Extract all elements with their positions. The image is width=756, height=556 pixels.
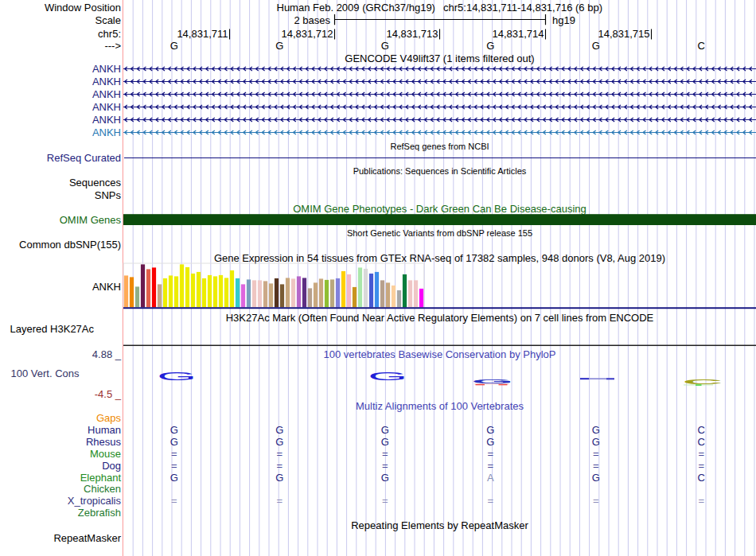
svg-text:=: =: [171, 495, 177, 507]
svg-text:GENCODE V49lift37 (1 items fil: GENCODE V49lift37 (1 items filtered out): [345, 52, 534, 64]
svg-text:G: G: [157, 370, 197, 383]
svg-text:G: G: [486, 436, 494, 448]
svg-text:14,831,711: 14,831,711: [177, 28, 228, 40]
svg-text:G: G: [275, 472, 283, 484]
svg-text:G: G: [381, 436, 389, 448]
svg-text:ANKH: ANKH: [92, 63, 121, 75]
svg-text:Short Genetic Variants from db: Short Genetic Variants from dbSNP releas…: [347, 228, 532, 238]
svg-text:ANKH: ANKH: [92, 281, 121, 293]
svg-text:G: G: [381, 424, 389, 436]
svg-text:=: =: [593, 495, 599, 507]
svg-text:Mouse: Mouse: [90, 448, 121, 460]
svg-text:ANKH: ANKH: [92, 101, 121, 113]
svg-text:Sequences: Sequences: [69, 177, 122, 189]
svg-text:100 Vert. Cons: 100 Vert. Cons: [11, 367, 80, 379]
svg-text:14,831,713: 14,831,713: [386, 28, 438, 40]
svg-text:=: =: [276, 460, 283, 472]
svg-text:G: G: [170, 472, 178, 484]
svg-text:ANKH: ANKH: [92, 114, 121, 126]
svg-text:Multiz Alignments of 100 Verte: Multiz Alignments of 100 Vertebrates: [356, 400, 524, 412]
svg-text:Elephant: Elephant: [80, 472, 122, 484]
svg-text:Gene Expression in 54 tissues: Gene Expression in 54 tissues from GTEx …: [214, 252, 665, 264]
svg-text:RefSeq Curated: RefSeq Curated: [47, 152, 121, 164]
svg-text:=: =: [698, 460, 704, 472]
svg-text:C: C: [698, 40, 705, 52]
svg-text:=: =: [593, 460, 599, 472]
svg-text:Repeating Elements by RepeatMa: Repeating Elements by RepeatMasker: [351, 519, 528, 531]
svg-text:OMIM Gene Phenotypes - Dark Gr: OMIM Gene Phenotypes - Dark Green Can Be…: [293, 203, 586, 215]
svg-text:G: G: [368, 370, 407, 383]
svg-text:=: =: [276, 495, 283, 507]
svg-text:ANKH: ANKH: [92, 126, 121, 138]
svg-text:--->: --->: [104, 40, 121, 52]
svg-text:X_tropicalis: X_tropicalis: [68, 495, 122, 507]
svg-text:G: G: [381, 40, 389, 52]
svg-text:4.88 _: 4.88 _: [92, 348, 122, 360]
svg-text:G: G: [381, 472, 389, 484]
svg-text:=: =: [698, 448, 704, 460]
svg-text:G: G: [170, 436, 178, 448]
svg-text:=: =: [276, 448, 283, 460]
svg-text:G: G: [275, 40, 283, 52]
svg-text:chr5:: chr5:: [98, 28, 121, 40]
svg-text:G: G: [275, 424, 283, 436]
svg-text:G: G: [472, 378, 514, 384]
svg-text:chr5:14,831,711-14,831,716 (6: chr5:14,831,711-14,831,716 (6 bp): [443, 2, 602, 14]
svg-text:14,831,712: 14,831,712: [281, 28, 333, 40]
svg-text:C: C: [698, 424, 705, 436]
svg-text:=: =: [171, 460, 177, 472]
svg-text:ANKH: ANKH: [92, 88, 121, 100]
svg-text:C: C: [698, 436, 705, 448]
svg-text:ANKH: ANKH: [92, 76, 121, 87]
svg-text:=: =: [382, 460, 388, 472]
svg-text:Chicken: Chicken: [84, 483, 121, 495]
svg-text:Window Position: Window Position: [45, 2, 121, 14]
svg-text:RefSeq genes from NCBI: RefSeq genes from NCBI: [390, 142, 489, 151]
svg-text:=: =: [382, 448, 388, 460]
svg-text:=: =: [171, 448, 177, 460]
svg-text:RepeatMasker: RepeatMasker: [53, 532, 121, 544]
svg-text:OMIM Genes: OMIM Genes: [60, 214, 122, 226]
svg-text:G: G: [275, 436, 283, 448]
svg-text:Human: Human: [88, 424, 121, 436]
svg-text:Layered H3K27Ac: Layered H3K27Ac: [10, 323, 95, 335]
svg-text:=: =: [487, 495, 493, 507]
svg-text:=: =: [487, 460, 493, 472]
svg-text:G: G: [592, 472, 600, 484]
svg-text:Human Feb. 2009 (GRCh37/hg19): Human Feb. 2009 (GRCh37/hg19): [277, 2, 435, 14]
svg-text:G: G: [592, 424, 600, 436]
svg-text:Rhesus: Rhesus: [86, 436, 122, 448]
svg-text:G: G: [486, 424, 494, 436]
svg-text:hg19: hg19: [552, 14, 575, 26]
svg-text:G: G: [592, 436, 600, 448]
svg-text:Common dbSNP(155): Common dbSNP(155): [19, 239, 121, 251]
svg-text:SNPs: SNPs: [95, 189, 122, 201]
svg-text:=: =: [487, 448, 493, 460]
svg-text:Scale: Scale: [95, 14, 121, 26]
svg-text:=: =: [382, 495, 388, 507]
svg-text:G: G: [170, 424, 178, 436]
svg-text:Gaps: Gaps: [96, 412, 122, 424]
svg-text:14,831,715: 14,831,715: [598, 28, 649, 40]
svg-text:A: A: [487, 472, 494, 484]
svg-text:2 bases: 2 bases: [294, 14, 330, 26]
svg-text:G: G: [592, 40, 600, 52]
svg-text:G: G: [170, 40, 178, 52]
svg-text:G: G: [486, 40, 494, 52]
svg-text:Zebrafish: Zebrafish: [78, 507, 121, 519]
svg-text:=: =: [698, 495, 704, 507]
svg-text:=: =: [593, 448, 599, 460]
svg-text:100 vertebrates Basewise Conse: 100 vertebrates Basewise Conservation by…: [324, 348, 556, 360]
svg-text:H3K27Ac Mark (Often Found Near: H3K27Ac Mark (Often Found Near Active Re…: [226, 312, 654, 324]
svg-text:14,831,714: 14,831,714: [492, 28, 544, 40]
svg-text:C: C: [698, 472, 705, 484]
svg-text:Publications: Sequences in Sci: Publications: Sequences in Scientific Ar…: [353, 166, 527, 176]
svg-text:-4.5 _: -4.5 _: [95, 388, 122, 400]
svg-text:Dog: Dog: [102, 460, 121, 472]
